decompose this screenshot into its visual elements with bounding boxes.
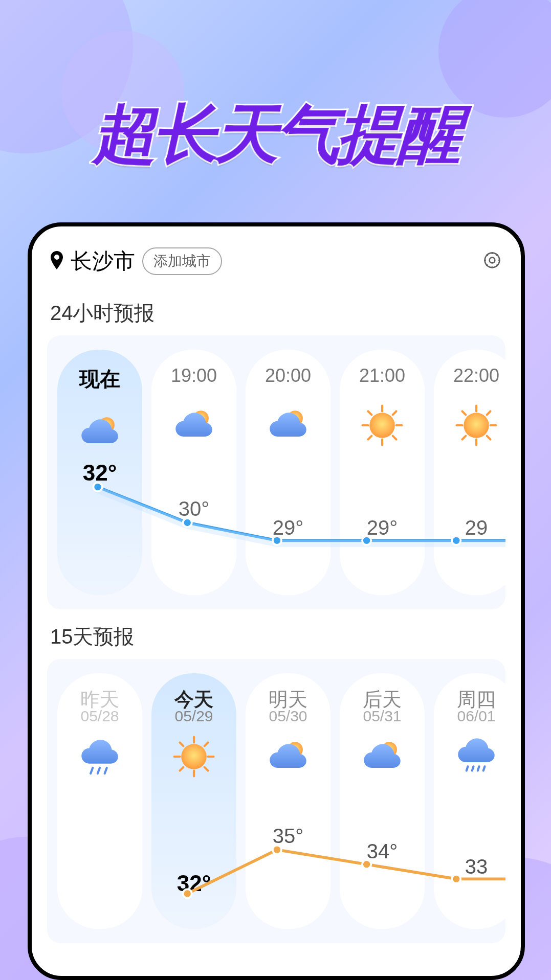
svg-line-19 bbox=[462, 412, 466, 415]
daily-date: 06/01 bbox=[457, 708, 495, 725]
svg-line-11 bbox=[393, 436, 396, 440]
add-city-button[interactable]: 添加城市 bbox=[142, 247, 222, 275]
daily-hi-temp: 34° bbox=[367, 840, 398, 863]
daily-forecast-card[interactable]: 昨天05/28今天05/2932°明天05/3035°后天05/3134°周四0… bbox=[47, 659, 505, 943]
daily-date: 05/30 bbox=[269, 708, 307, 725]
hourly-item[interactable]: 20:0029° bbox=[246, 350, 330, 595]
location-pin-icon bbox=[50, 251, 63, 271]
daily-hi-temp: 33 bbox=[465, 855, 488, 878]
daily-item[interactable]: 周四06/0133 bbox=[434, 673, 505, 929]
svg-point-5 bbox=[369, 413, 395, 438]
hourly-title: 24小时预报 bbox=[32, 286, 521, 335]
svg-line-44 bbox=[478, 766, 479, 770]
hourly-temp: 30° bbox=[179, 497, 210, 520]
svg-line-43 bbox=[472, 766, 474, 770]
hourly-forecast-card[interactable]: 现在32°19:0030°20:0029°21:0029°22:0029 bbox=[47, 335, 505, 609]
top-bar: 长沙市 添加城市 bbox=[32, 226, 521, 286]
hourly-temp: 32° bbox=[83, 460, 117, 486]
hourly-time: 20:00 bbox=[265, 365, 311, 386]
partly-cloudy-icon bbox=[266, 403, 311, 448]
svg-line-37 bbox=[205, 767, 208, 771]
svg-line-20 bbox=[487, 436, 491, 440]
sunny-icon bbox=[454, 403, 499, 448]
hourly-temp: 29° bbox=[367, 516, 398, 539]
daily-item[interactable]: 明天05/3035° bbox=[246, 673, 330, 929]
partly-cloudy-icon bbox=[360, 734, 405, 779]
sunny-icon bbox=[360, 403, 405, 448]
svg-point-1 bbox=[485, 253, 500, 268]
city-name[interactable]: 长沙市 bbox=[71, 247, 135, 276]
daily-date: 05/31 bbox=[363, 708, 401, 725]
svg-point-31 bbox=[181, 744, 207, 769]
hourly-item[interactable]: 22:0029 bbox=[434, 350, 505, 595]
hourly-time: 21:00 bbox=[359, 365, 405, 386]
hourly-temp: 29° bbox=[273, 516, 304, 539]
svg-line-42 bbox=[467, 766, 468, 770]
partly-cloudy-icon bbox=[266, 734, 311, 779]
daily-date: 05/29 bbox=[174, 708, 213, 725]
hourly-time: 19:00 bbox=[171, 365, 217, 386]
svg-line-36 bbox=[180, 743, 184, 746]
bg-circle bbox=[61, 31, 184, 153]
svg-line-21 bbox=[462, 436, 466, 440]
svg-point-14 bbox=[464, 413, 489, 438]
svg-point-0 bbox=[490, 258, 495, 263]
hourly-item[interactable]: 现在32° bbox=[57, 350, 142, 595]
daily-title: 15天预报 bbox=[32, 609, 521, 659]
hourly-time: 现在 bbox=[79, 365, 120, 393]
svg-line-45 bbox=[483, 766, 485, 770]
rain-icon bbox=[77, 734, 122, 779]
shower-icon bbox=[454, 734, 499, 779]
svg-line-10 bbox=[368, 412, 372, 415]
settings-icon[interactable] bbox=[482, 250, 502, 272]
svg-line-38 bbox=[180, 767, 184, 771]
hourly-temp: 29 bbox=[465, 516, 488, 539]
svg-line-22 bbox=[487, 412, 491, 415]
bg-circle bbox=[438, 0, 551, 118]
partly-cloudy-icon bbox=[77, 409, 122, 454]
partly-cloudy-icon bbox=[171, 403, 216, 448]
hourly-item[interactable]: 19:0030° bbox=[151, 350, 236, 595]
svg-line-12 bbox=[368, 436, 372, 440]
svg-line-13 bbox=[393, 412, 396, 415]
daily-hi-temp: 32° bbox=[177, 871, 211, 896]
svg-line-28 bbox=[91, 768, 93, 773]
daily-date: 05/28 bbox=[80, 708, 119, 725]
daily-hi-temp: 35° bbox=[273, 825, 304, 848]
svg-line-30 bbox=[105, 768, 107, 773]
svg-line-29 bbox=[98, 768, 100, 773]
daily-item[interactable]: 今天05/2932° bbox=[151, 673, 236, 929]
hourly-item[interactable]: 21:0029° bbox=[340, 350, 425, 595]
sunny-icon bbox=[171, 734, 216, 779]
hourly-time: 22:00 bbox=[453, 365, 499, 386]
daily-item[interactable]: 昨天05/28 bbox=[57, 673, 142, 929]
daily-item[interactable]: 后天05/3134° bbox=[340, 673, 425, 929]
phone-frame: 长沙市 添加城市 24小时预报 现在32°19:0030°20:0029°21:… bbox=[28, 222, 525, 980]
svg-line-39 bbox=[205, 743, 208, 746]
